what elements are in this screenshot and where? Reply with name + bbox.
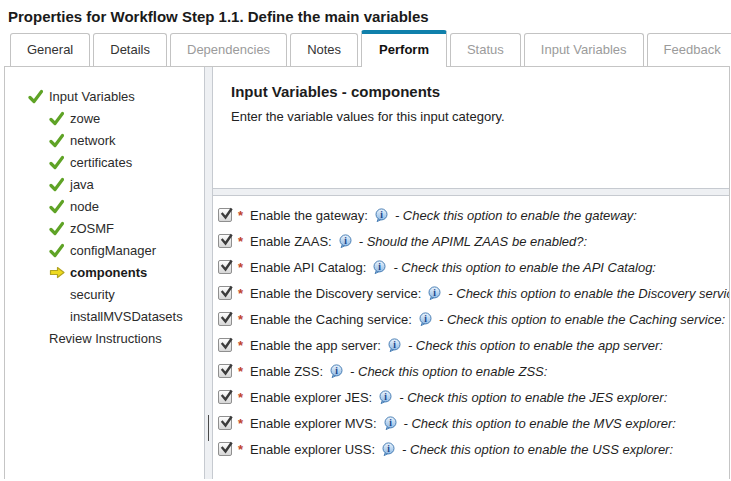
variable-description: - Check this option to enable the USS ex… bbox=[402, 442, 673, 457]
tree-icon-slot bbox=[49, 133, 65, 148]
tab-label: Dependencies bbox=[187, 42, 270, 57]
tree-icon-slot bbox=[49, 243, 65, 258]
info-bubble-icon[interactable]: i bbox=[418, 312, 433, 327]
info-bubble-icon[interactable]: i bbox=[383, 416, 398, 431]
check-icon bbox=[49, 177, 65, 192]
variable-checkbox[interactable] bbox=[218, 312, 232, 326]
tab-perform[interactable]: Perform bbox=[361, 30, 447, 67]
required-marker: * bbox=[238, 286, 243, 301]
required-marker: * bbox=[238, 312, 243, 327]
info-bubble-icon[interactable]: i bbox=[338, 234, 353, 249]
sidebar-item-label: security bbox=[70, 287, 115, 302]
tab-label: Details bbox=[110, 42, 150, 57]
sidebar-item-certificates[interactable]: certificates bbox=[5, 151, 204, 173]
info-bubble-icon[interactable]: i bbox=[378, 390, 393, 405]
tree-icon-slot bbox=[28, 89, 44, 104]
perform-tab-content: Input Variables zowe network certificate… bbox=[4, 66, 730, 479]
info-bubble-icon[interactable]: i bbox=[372, 260, 387, 275]
sidebar-item-node[interactable]: node bbox=[5, 195, 204, 217]
check-icon bbox=[49, 111, 65, 126]
tab-notes[interactable]: Notes bbox=[290, 33, 358, 66]
tab-label: General bbox=[27, 42, 73, 57]
sidebar-item-java[interactable]: java bbox=[5, 173, 204, 195]
variable-checkbox[interactable] bbox=[218, 364, 232, 378]
splitter-grip[interactable] bbox=[208, 415, 209, 441]
variable-checkbox[interactable] bbox=[218, 208, 232, 222]
sidebar-item-zosmf[interactable]: zOSMF bbox=[5, 217, 204, 239]
sidebar-item-network[interactable]: network bbox=[5, 129, 204, 151]
info-bubble-icon[interactable]: i bbox=[329, 364, 344, 379]
sidebar-item-configmanager[interactable]: configManager bbox=[5, 239, 204, 261]
tree-icon-slot bbox=[49, 309, 65, 324]
svg-text:i: i bbox=[384, 391, 387, 401]
sidebar-item-label: node bbox=[70, 199, 99, 214]
sidebar-item-components[interactable]: components bbox=[5, 261, 204, 283]
variable-description: - Check this option to enable ZSS: bbox=[350, 364, 547, 379]
variable-label: Enable the app server: bbox=[250, 338, 381, 353]
variable-checkbox[interactable] bbox=[218, 390, 232, 404]
required-marker: * bbox=[238, 416, 243, 431]
checkbox-check-icon bbox=[219, 362, 235, 378]
sidebar-item-label: components bbox=[70, 265, 147, 280]
variable-checkbox[interactable] bbox=[218, 442, 232, 456]
check-icon bbox=[49, 221, 65, 236]
variable-checkbox[interactable] bbox=[218, 416, 232, 430]
svg-text:i: i bbox=[380, 209, 383, 219]
info-bubble-icon[interactable]: i bbox=[427, 286, 442, 301]
sidebar-item-zowe[interactable]: zowe bbox=[5, 107, 204, 129]
variable-label: Enable the Discovery service: bbox=[250, 286, 421, 301]
tree-icon-slot bbox=[49, 155, 65, 170]
tree-icon-slot bbox=[28, 331, 44, 346]
variable-label: Enable explorer USS: bbox=[250, 442, 375, 457]
required-marker: * bbox=[238, 234, 243, 249]
check-icon bbox=[49, 155, 65, 170]
svg-text:i: i bbox=[433, 287, 436, 297]
svg-text:i: i bbox=[379, 261, 382, 271]
tree-icon-slot bbox=[49, 111, 65, 126]
tab-general[interactable]: General bbox=[10, 33, 90, 66]
sidebar-item-label: zOSMF bbox=[70, 221, 114, 236]
sidebar-item-label: Input Variables bbox=[49, 89, 135, 104]
variable-list: * Enable the gateway: i - Check this opt… bbox=[213, 196, 729, 479]
check-icon bbox=[49, 243, 65, 258]
info-bubble-icon[interactable]: i bbox=[387, 338, 402, 353]
horizontal-splitter[interactable] bbox=[213, 188, 729, 196]
checkbox-check-icon bbox=[219, 258, 235, 274]
variable-row: * Enable the Discovery service: i - Chec… bbox=[218, 280, 729, 306]
vertical-splitter[interactable] bbox=[204, 67, 213, 479]
info-bubble-icon[interactable]: i bbox=[374, 208, 389, 223]
tree-icon-slot bbox=[49, 287, 65, 302]
info-bubble-icon[interactable]: i bbox=[381, 442, 396, 457]
required-marker: * bbox=[238, 442, 243, 457]
required-marker: * bbox=[238, 390, 243, 405]
check-icon bbox=[49, 133, 65, 148]
sidebar-item-review-instructions[interactable]: Review Instructions bbox=[5, 327, 204, 349]
tab-input-variables: Input Variables bbox=[524, 33, 644, 66]
required-marker: * bbox=[238, 208, 243, 223]
tab-status: Status bbox=[450, 33, 521, 66]
tree-icon-slot bbox=[49, 199, 65, 214]
tab-details[interactable]: Details bbox=[93, 33, 167, 66]
category-heading: Input Variables - components bbox=[231, 83, 729, 100]
variable-description: - Check this option to enable the app se… bbox=[408, 338, 663, 353]
sidebar-item-input-variables[interactable]: Input Variables bbox=[5, 85, 204, 107]
step-navigation-tree: Input Variables zowe network certificate… bbox=[5, 67, 204, 479]
sidebar-item-label: network bbox=[70, 133, 116, 148]
variable-checkbox[interactable] bbox=[218, 338, 232, 352]
tab-label: Notes bbox=[307, 42, 341, 57]
sidebar-item-label: installMVSDatasets bbox=[70, 309, 183, 324]
variable-checkbox[interactable] bbox=[218, 286, 232, 300]
variable-checkbox[interactable] bbox=[218, 260, 232, 274]
variable-description: - Check this option to enable the Discov… bbox=[448, 286, 729, 301]
checkbox-check-icon bbox=[219, 440, 235, 456]
variable-checkbox[interactable] bbox=[218, 234, 232, 248]
variable-row: * Enable explorer JES: i - Check this op… bbox=[218, 384, 729, 410]
tab-dependencies: Dependencies bbox=[170, 33, 287, 66]
tab-label: Perform bbox=[379, 42, 429, 57]
sidebar-item-security[interactable]: security bbox=[5, 283, 204, 305]
variable-description: - Check this option to enable the Cachin… bbox=[439, 312, 725, 327]
workflow-step-properties-window: Properties for Workflow Step 1.1. Define… bbox=[0, 0, 731, 481]
sidebar-item-installmvsdatasets[interactable]: installMVSDatasets bbox=[5, 305, 204, 327]
sidebar-item-label: java bbox=[70, 177, 94, 192]
svg-text:i: i bbox=[335, 365, 338, 375]
